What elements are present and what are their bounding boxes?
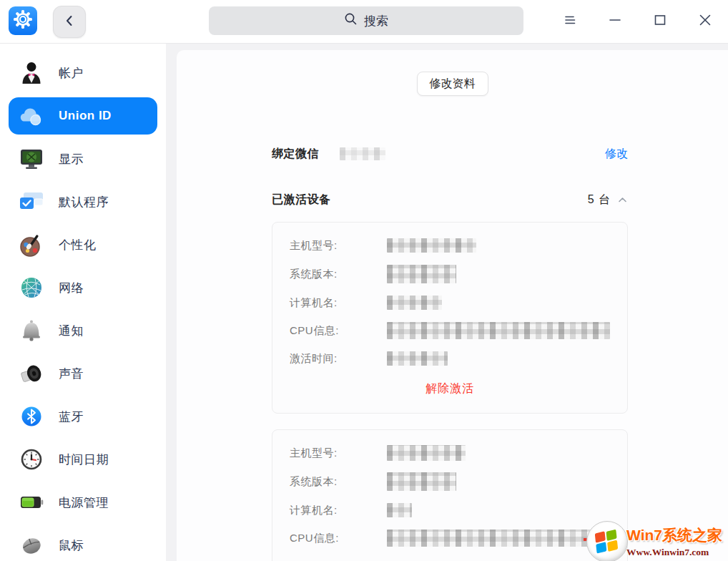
account-icon: [18, 59, 45, 87]
os-version-label: 系统版本:: [290, 475, 387, 489]
search-placeholder: 搜索: [364, 13, 388, 29]
wechat-binding-label: 绑定微信: [272, 147, 319, 162]
sidebar-item-bluetooth[interactable]: 蓝牙: [0, 395, 166, 438]
device-card-1: 主机型号: 系统版本: 计算机名: CPU信息: 激活时间:: [272, 222, 628, 414]
minimize-button[interactable]: [596, 4, 634, 39]
sidebar: 帐户 Union ID 显示: [0, 44, 166, 561]
minimize-icon: [607, 12, 623, 31]
host-model-row: 主机型号:: [290, 445, 610, 461]
search-icon: [344, 12, 358, 29]
sidebar-item-label: 鼠标: [59, 537, 84, 554]
maximize-icon: [652, 12, 668, 31]
settings-window: 搜索: [0, 0, 728, 561]
gear-icon: [11, 8, 34, 34]
os-version-row: 系统版本:: [290, 472, 610, 491]
sidebar-item-datetime[interactable]: 时间日期: [0, 438, 166, 481]
activation-time-label: 激活时间:: [290, 352, 387, 366]
sidebar-item-label: 帐户: [59, 65, 84, 82]
menu-button[interactable]: [551, 4, 589, 39]
battery-icon: [18, 489, 45, 516]
sidebar-item-label: 通知: [59, 323, 84, 339]
close-icon: [697, 12, 713, 31]
sidebar-item-label: 电源管理: [59, 494, 109, 511]
back-button[interactable]: [53, 6, 86, 38]
cpu-info-label: CPU信息:: [290, 532, 387, 545]
watermark: Win7系统之家 Www.Winwin7.com: [584, 519, 728, 561]
sidebar-item-label: 网络: [59, 280, 84, 296]
sidebar-item-account[interactable]: 帐户: [0, 52, 166, 94]
hamburger-menu-icon: [562, 12, 578, 31]
computer-name-row: 计算机名:: [290, 502, 610, 518]
search-input[interactable]: 搜索: [209, 6, 523, 35]
sidebar-item-label: 显示: [59, 151, 84, 167]
sidebar-item-label: 声音: [59, 366, 84, 382]
window-controls: [543, 0, 724, 43]
modify-wechat-link[interactable]: 修改: [605, 147, 628, 162]
notification-bell-icon: [18, 317, 45, 344]
computer-name-row: 计算机名:: [290, 295, 610, 311]
network-icon: [18, 274, 45, 301]
title-bar: 搜索: [0, 0, 728, 44]
computer-name-value-redacted: [387, 296, 442, 310]
union-id-panel: 修改资料 绑定微信 修改 已激活设备 5 台 主机型号:: [177, 50, 728, 561]
collapse-devices-button[interactable]: [617, 195, 628, 205]
mouse-icon: [18, 532, 45, 559]
chevron-left-icon: [63, 14, 76, 30]
sidebar-item-display[interactable]: 显示: [0, 137, 166, 180]
sidebar-item-sound[interactable]: 声音: [0, 352, 166, 395]
device-count: 5 台: [588, 192, 611, 208]
cpu-info-row: CPU信息:: [290, 322, 610, 339]
host-model-label: 主机型号:: [290, 239, 387, 253]
personalization-icon: [18, 231, 45, 258]
activated-devices-label: 已激活设备: [272, 192, 331, 208]
windows-logo-icon: [586, 521, 628, 561]
edit-profile-button[interactable]: 修改资料: [417, 72, 488, 96]
activation-time-value-redacted: [387, 351, 448, 366]
wechat-account-redacted: [340, 147, 385, 160]
host-model-value-redacted: [387, 238, 476, 253]
clock-icon: [18, 446, 45, 473]
host-model-value-redacted: [387, 445, 466, 461]
host-model-label: 主机型号:: [290, 447, 387, 460]
activation-time-row: 激活时间:: [290, 351, 610, 366]
watermark-url: Www.Winwin7.com: [626, 547, 728, 558]
computer-name-label: 计算机名:: [290, 296, 387, 310]
sidebar-item-label: 时间日期: [59, 452, 109, 468]
activated-devices-row: 已激活设备 5 台: [272, 190, 628, 209]
sidebar-item-label: Union ID: [59, 109, 112, 123]
sidebar-item-label: 默认程序: [59, 194, 109, 210]
sidebar-item-mouse[interactable]: 鼠标: [0, 524, 166, 561]
device-card-2: 主机型号: 系统版本: 计算机名: CPU信息:: [272, 429, 628, 561]
sidebar-item-personalization[interactable]: 个性化: [0, 223, 166, 266]
computer-name-label: 计算机名:: [290, 504, 387, 517]
display-icon: [18, 145, 45, 172]
cpu-info-value-redacted: [387, 530, 610, 547]
sidebar-item-power[interactable]: 电源管理: [0, 481, 166, 524]
wechat-binding-row: 绑定微信 修改: [272, 145, 628, 163]
os-version-value-redacted: [387, 472, 456, 491]
sound-speaker-icon: [18, 360, 45, 387]
os-version-value-redacted: [387, 265, 456, 283]
host-model-row: 主机型号:: [290, 238, 610, 253]
bluetooth-icon: [18, 403, 45, 430]
os-version-row: 系统版本:: [290, 265, 610, 283]
sidebar-item-notification[interactable]: 通知: [0, 309, 166, 352]
union-id-cloud-icon: [18, 102, 45, 130]
os-version-label: 系统版本:: [290, 268, 387, 281]
sidebar-item-union-id[interactable]: Union ID: [9, 97, 157, 135]
cpu-info-row: CPU信息:: [290, 530, 610, 547]
sidebar-item-label: 个性化: [59, 237, 97, 253]
watermark-text: Win7系统之家 Www.Winwin7.com: [626, 525, 728, 558]
deactivate-link[interactable]: 解除激活: [290, 381, 610, 396]
cpu-info-label: CPU信息:: [290, 324, 387, 338]
settings-app-icon: [9, 6, 37, 35]
watermark-title: Win7系统之家: [626, 525, 728, 545]
sidebar-item-network[interactable]: 网络: [0, 266, 166, 309]
cpu-info-value-redacted: [387, 322, 610, 339]
sidebar-item-label: 蓝牙: [59, 409, 84, 425]
default-apps-icon: [18, 188, 45, 215]
computer-name-value-redacted: [387, 503, 412, 517]
close-button[interactable]: [687, 4, 724, 39]
maximize-button[interactable]: [641, 4, 679, 39]
sidebar-item-default-apps[interactable]: 默认程序: [0, 180, 166, 223]
